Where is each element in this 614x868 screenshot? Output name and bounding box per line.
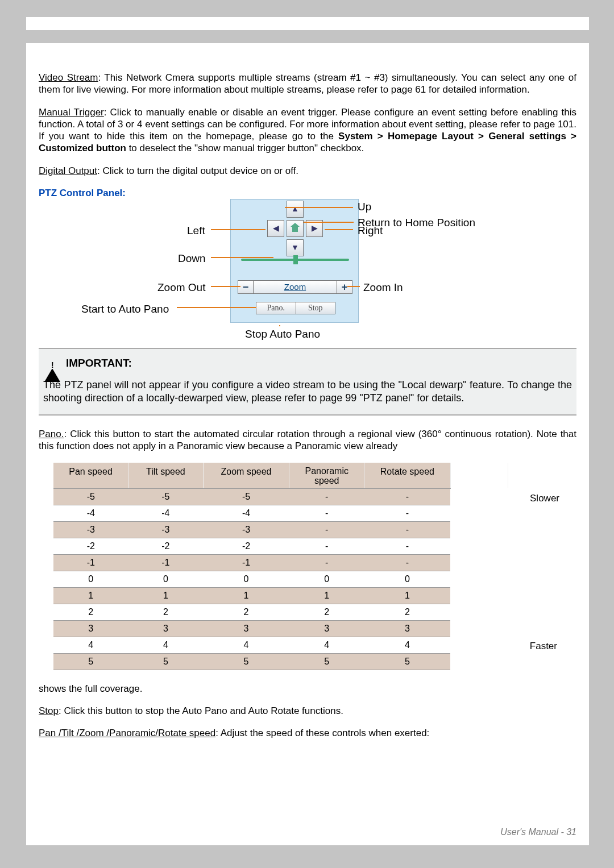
brand-label: VIVOTEK	[26, 17, 589, 30]
speed-cell: 5	[364, 653, 450, 670]
speed-cell: 3	[128, 620, 204, 637]
important-box: ! IMPORTANT: The PTZ panel will not appe…	[39, 348, 576, 416]
warning-icon: !	[44, 356, 60, 371]
stop-desc-para: Stop: Click this button to stop the Auto…	[39, 705, 576, 717]
speed-cell: -	[289, 538, 364, 554]
zoom-out-label: Zoom Out	[157, 281, 205, 294]
speed-cell: -3	[128, 521, 204, 538]
speed-cell: -4	[203, 505, 289, 521]
speed-cell: 1	[53, 587, 128, 604]
speed-side-cell	[450, 554, 508, 571]
manual-trigger-label: Manual Trigger	[39, 107, 104, 118]
important-body: The PTZ panel will not appear if you con…	[42, 379, 573, 404]
header-band	[26, 30, 589, 43]
stop-desc-text: : Click this button to stop the Auto Pan…	[59, 705, 343, 716]
stop-desc-label: Stop	[39, 705, 59, 716]
speed-cell: -	[289, 521, 364, 538]
speed-cell: -4	[128, 505, 204, 521]
speed-cell: -5	[203, 488, 289, 505]
speed-cell: 1	[203, 587, 289, 604]
auto-row: Pano. Stop	[256, 302, 335, 317]
up-button[interactable]: ▲	[287, 201, 304, 218]
speed-cell: 3	[364, 620, 450, 637]
speed-cell: -2	[203, 538, 289, 554]
th-blank	[450, 463, 508, 489]
home-button[interactable]	[287, 220, 304, 237]
speed-cell: 2	[128, 604, 204, 620]
connector	[304, 222, 354, 223]
connector	[285, 207, 353, 208]
speed-cell: -1	[53, 554, 128, 571]
ptz-title: PTZ Control Panel:	[39, 187, 576, 199]
th-tilt: Tilt speed	[128, 463, 204, 489]
slower-label: Slower	[530, 492, 559, 504]
manual-trigger-text-b: to deselect the "show manual trigger but…	[126, 143, 364, 153]
speed-cell: 3	[53, 620, 128, 637]
speed-side-cell	[450, 620, 508, 637]
down-button[interactable]: ▼	[287, 239, 304, 256]
speed-cell: -3	[53, 521, 128, 538]
speed-cell: -	[289, 554, 364, 571]
speed-cell: 4	[128, 637, 204, 653]
tail-para: shows the full coverage.	[39, 683, 576, 695]
th-rotate: Rotate speed	[364, 463, 450, 489]
speed-side-cell	[450, 505, 508, 521]
speed-cell: 1	[364, 587, 450, 604]
speed-cell: -5	[53, 488, 128, 505]
speed-desc-label: Pan /Tilt /Zoom /Panoramic/Rotate speed	[39, 728, 215, 738]
video-stream-para: Video Stream: This Network Cmera support…	[39, 72, 576, 96]
pano-desc-para: Pano.: Click this button to start the au…	[39, 428, 576, 452]
speed-side-cell	[450, 488, 508, 505]
speed-cell: 5	[289, 653, 364, 670]
speed-table: Pan speed Tilt speed Zoom speed Panorami…	[53, 463, 508, 670]
speed-side-cell	[450, 637, 508, 653]
digital-output-para: Digital Output: Click to turn the digita…	[39, 165, 576, 177]
speed-cell: -1	[203, 554, 289, 571]
speed-cell: -	[364, 488, 450, 505]
speed-cell: -	[364, 505, 450, 521]
digital-output-text: : Click to turn the digital output devic…	[97, 165, 298, 176]
connector	[211, 286, 240, 287]
connector	[347, 286, 360, 287]
pan-slider[interactable]	[241, 259, 349, 261]
speed-cell: 0	[53, 571, 128, 587]
pano-button[interactable]: Pano.	[256, 302, 296, 314]
content: Video Stream: This Network Cmera support…	[26, 43, 589, 739]
speed-cell: -	[364, 521, 450, 538]
speed-cell: 5	[53, 653, 128, 670]
stop-button[interactable]: Stop	[296, 302, 336, 314]
stop-auto-pano-label: Stop Auto Pano	[245, 327, 320, 341]
speed-cell: -2	[128, 538, 204, 554]
video-stream-text: : This Network Cmera supports multiple s…	[39, 72, 576, 95]
down-label: Down	[178, 252, 206, 265]
speed-cell: 3	[289, 620, 364, 637]
page: VIVOTEK Video Stream: This Network Cmera…	[26, 17, 589, 845]
speed-cell: -	[289, 505, 364, 521]
video-stream-label: Video Stream	[39, 72, 98, 83]
speed-cell: 1	[289, 587, 364, 604]
zoom-in-label: Zoom In	[363, 281, 403, 294]
important-head: ! IMPORTANT:	[42, 354, 573, 379]
speed-cell: -2	[53, 538, 128, 554]
zoom-in-button[interactable]: +	[337, 280, 352, 294]
speed-cell: 2	[289, 604, 364, 620]
speed-cell: 4	[53, 637, 128, 653]
dpad: ▲ ▼ ◀ ▶	[267, 201, 323, 256]
speed-cell: -	[364, 538, 450, 554]
footer: User's Manual - 31	[500, 827, 576, 837]
zoom-row: − Zoom +	[238, 279, 352, 295]
speed-side-cell	[450, 521, 508, 538]
pano-desc-text: : Click this button to start the automat…	[39, 429, 576, 451]
speed-table-wrap: Pan speed Tilt speed Zoom speed Panorami…	[39, 463, 576, 670]
speed-cell: 1	[128, 587, 204, 604]
right-label: Right	[358, 224, 383, 238]
speed-side-cell	[450, 653, 508, 670]
left-button[interactable]: ◀	[267, 220, 284, 237]
manual-trigger-para: Manual Trigger: Click to manually enable…	[39, 106, 576, 155]
connector	[177, 307, 256, 308]
speed-cell: 0	[364, 571, 450, 587]
connector	[279, 325, 280, 326]
th-pan: Pan speed	[53, 463, 128, 489]
speed-cell: 4	[364, 637, 450, 653]
zoom-out-button[interactable]: −	[238, 280, 254, 294]
